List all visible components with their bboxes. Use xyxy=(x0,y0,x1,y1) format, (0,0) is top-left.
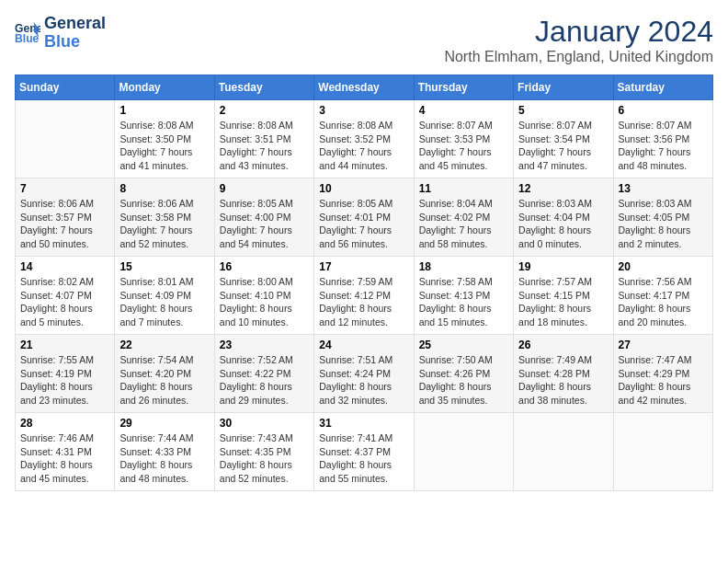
day-number: 8 xyxy=(119,182,209,195)
day-info: Sunrise: 8:03 AM Sunset: 4:05 PM Dayligh… xyxy=(619,197,708,251)
day-number: 23 xyxy=(220,339,309,351)
weekday-header: Wednesday xyxy=(314,75,414,100)
day-info: Sunrise: 8:07 AM Sunset: 3:54 PM Dayligh… xyxy=(518,119,608,173)
day-number: 4 xyxy=(419,104,508,117)
day-number: 18 xyxy=(419,260,508,273)
calendar-cell: 14Sunrise: 8:02 AM Sunset: 4:07 PM Dayli… xyxy=(16,257,115,335)
day-number: 30 xyxy=(220,417,309,430)
day-number: 31 xyxy=(319,417,408,430)
title-block: January 2024 North Elmham, England, Unit… xyxy=(444,15,713,65)
calendar-week-row: 7Sunrise: 8:06 AM Sunset: 3:57 PM Daylig… xyxy=(16,178,713,257)
day-info: Sunrise: 8:06 AM Sunset: 3:58 PM Dayligh… xyxy=(119,197,209,251)
calendar-cell: 10Sunrise: 8:05 AM Sunset: 4:01 PM Dayli… xyxy=(314,178,414,257)
day-info: Sunrise: 7:57 AM Sunset: 4:15 PM Dayligh… xyxy=(518,275,608,329)
day-info: Sunrise: 8:08 AM Sunset: 3:51 PM Dayligh… xyxy=(220,119,309,173)
day-number: 13 xyxy=(619,182,708,195)
day-info: Sunrise: 8:02 AM Sunset: 4:07 PM Dayligh… xyxy=(20,275,109,329)
calendar-cell: 27Sunrise: 7:47 AM Sunset: 4:29 PM Dayli… xyxy=(613,335,712,413)
calendar-cell: 16Sunrise: 8:00 AM Sunset: 4:10 PM Dayli… xyxy=(214,257,313,335)
day-info: Sunrise: 7:47 AM Sunset: 4:29 PM Dayligh… xyxy=(619,353,708,408)
calendar-cell: 9Sunrise: 8:05 AM Sunset: 4:00 PM Daylig… xyxy=(214,178,313,257)
day-info: Sunrise: 7:43 AM Sunset: 4:35 PM Dayligh… xyxy=(220,431,309,486)
day-info: Sunrise: 7:51 AM Sunset: 4:24 PM Dayligh… xyxy=(319,353,408,408)
day-number: 25 xyxy=(419,339,508,351)
calendar-cell: 17Sunrise: 7:59 AM Sunset: 4:12 PM Dayli… xyxy=(314,257,414,335)
day-number: 28 xyxy=(20,417,109,430)
day-number: 7 xyxy=(20,182,109,195)
day-number: 6 xyxy=(619,104,708,117)
calendar-cell xyxy=(16,100,115,178)
calendar-cell: 7Sunrise: 8:06 AM Sunset: 3:57 PM Daylig… xyxy=(16,178,115,257)
calendar-cell: 28Sunrise: 7:46 AM Sunset: 4:31 PM Dayli… xyxy=(16,413,115,491)
day-number: 21 xyxy=(20,339,109,351)
svg-text:Blue: Blue xyxy=(15,32,40,45)
weekday-header: Tuesday xyxy=(214,75,313,100)
logo: General Blue General Blue xyxy=(15,15,106,52)
day-info: Sunrise: 8:01 AM Sunset: 4:09 PM Dayligh… xyxy=(119,275,209,329)
day-number: 2 xyxy=(220,104,309,117)
day-number: 29 xyxy=(119,417,209,430)
day-number: 3 xyxy=(319,104,408,117)
calendar-cell: 6Sunrise: 8:07 AM Sunset: 3:56 PM Daylig… xyxy=(613,100,712,178)
calendar-cell: 5Sunrise: 8:07 AM Sunset: 3:54 PM Daylig… xyxy=(514,100,613,178)
calendar-cell xyxy=(613,413,712,491)
day-number: 11 xyxy=(419,182,508,195)
calendar-cell: 26Sunrise: 7:49 AM Sunset: 4:28 PM Dayli… xyxy=(514,335,613,413)
day-number: 20 xyxy=(619,260,708,273)
day-info: Sunrise: 8:07 AM Sunset: 3:56 PM Dayligh… xyxy=(619,119,708,173)
day-info: Sunrise: 8:03 AM Sunset: 4:04 PM Dayligh… xyxy=(518,197,608,251)
calendar-cell: 23Sunrise: 7:52 AM Sunset: 4:22 PM Dayli… xyxy=(214,335,313,413)
day-number: 24 xyxy=(319,339,408,351)
calendar-cell: 25Sunrise: 7:50 AM Sunset: 4:26 PM Dayli… xyxy=(414,335,513,413)
calendar-cell: 12Sunrise: 8:03 AM Sunset: 4:04 PM Dayli… xyxy=(514,178,613,257)
day-number: 15 xyxy=(119,260,209,273)
calendar-week-row: 1Sunrise: 8:08 AM Sunset: 3:50 PM Daylig… xyxy=(16,100,713,178)
day-info: Sunrise: 8:06 AM Sunset: 3:57 PM Dayligh… xyxy=(20,197,109,251)
day-info: Sunrise: 7:59 AM Sunset: 4:12 PM Dayligh… xyxy=(319,275,408,329)
day-number: 17 xyxy=(319,260,408,273)
day-info: Sunrise: 7:44 AM Sunset: 4:33 PM Dayligh… xyxy=(119,431,209,486)
logo-icon: General Blue xyxy=(15,20,40,46)
day-info: Sunrise: 8:07 AM Sunset: 3:53 PM Dayligh… xyxy=(419,119,508,173)
calendar-cell: 24Sunrise: 7:51 AM Sunset: 4:24 PM Dayli… xyxy=(314,335,414,413)
day-info: Sunrise: 8:08 AM Sunset: 3:50 PM Dayligh… xyxy=(119,119,209,173)
calendar-cell: 31Sunrise: 7:41 AM Sunset: 4:37 PM Dayli… xyxy=(314,413,414,491)
day-info: Sunrise: 8:00 AM Sunset: 4:10 PM Dayligh… xyxy=(220,275,309,329)
day-info: Sunrise: 7:55 AM Sunset: 4:19 PM Dayligh… xyxy=(20,353,109,408)
calendar-cell: 15Sunrise: 8:01 AM Sunset: 4:09 PM Dayli… xyxy=(115,257,214,335)
calendar-table: SundayMondayTuesdayWednesdayThursdayFrid… xyxy=(15,75,713,491)
day-info: Sunrise: 7:49 AM Sunset: 4:28 PM Dayligh… xyxy=(518,353,608,408)
day-number: 5 xyxy=(518,104,608,117)
weekday-header: Sunday xyxy=(16,75,115,100)
weekday-header: Monday xyxy=(115,75,214,100)
calendar-cell: 8Sunrise: 8:06 AM Sunset: 3:58 PM Daylig… xyxy=(115,178,214,257)
calendar-cell: 22Sunrise: 7:54 AM Sunset: 4:20 PM Dayli… xyxy=(115,335,214,413)
day-info: Sunrise: 7:56 AM Sunset: 4:17 PM Dayligh… xyxy=(619,275,708,329)
day-info: Sunrise: 7:52 AM Sunset: 4:22 PM Dayligh… xyxy=(220,353,309,408)
day-number: 1 xyxy=(119,104,209,117)
calendar-cell: 13Sunrise: 8:03 AM Sunset: 4:05 PM Dayli… xyxy=(613,178,712,257)
day-info: Sunrise: 8:08 AM Sunset: 3:52 PM Dayligh… xyxy=(319,119,408,173)
weekday-header: Friday xyxy=(514,75,613,100)
day-number: 27 xyxy=(619,339,708,351)
calendar-cell: 30Sunrise: 7:43 AM Sunset: 4:35 PM Dayli… xyxy=(214,413,313,491)
day-info: Sunrise: 8:05 AM Sunset: 4:01 PM Dayligh… xyxy=(319,197,408,251)
day-info: Sunrise: 7:50 AM Sunset: 4:26 PM Dayligh… xyxy=(419,353,508,408)
page-header: General Blue General Blue January 2024 N… xyxy=(15,15,713,65)
weekday-header: Saturday xyxy=(613,75,712,100)
calendar-cell: 1Sunrise: 8:08 AM Sunset: 3:50 PM Daylig… xyxy=(115,100,214,178)
month-title: January 2024 xyxy=(444,15,713,49)
calendar-cell xyxy=(514,413,613,491)
calendar-cell: 18Sunrise: 7:58 AM Sunset: 4:13 PM Dayli… xyxy=(414,257,513,335)
day-info: Sunrise: 7:46 AM Sunset: 4:31 PM Dayligh… xyxy=(20,431,109,486)
logo-line2: Blue xyxy=(44,33,106,52)
day-number: 22 xyxy=(119,339,209,351)
calendar-cell: 20Sunrise: 7:56 AM Sunset: 4:17 PM Dayli… xyxy=(613,257,712,335)
day-number: 26 xyxy=(518,339,608,351)
logo-line1: General xyxy=(44,15,106,33)
calendar-cell xyxy=(414,413,513,491)
location-title: North Elmham, England, United Kingdom xyxy=(444,49,713,65)
day-info: Sunrise: 8:04 AM Sunset: 4:02 PM Dayligh… xyxy=(419,197,508,251)
day-number: 9 xyxy=(220,182,309,195)
day-number: 12 xyxy=(518,182,608,195)
